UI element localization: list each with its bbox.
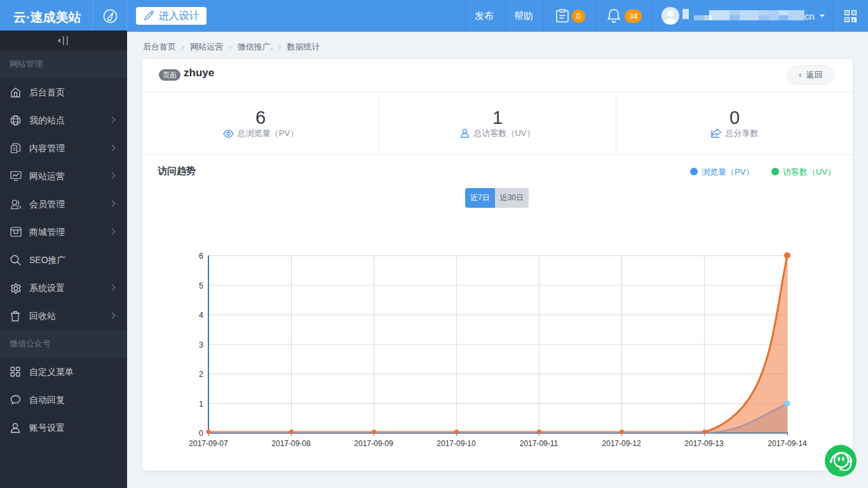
svg-text:2017-09-11: 2017-09-11	[520, 439, 559, 448]
svg-text:2017-09-08: 2017-09-08	[271, 439, 311, 448]
svg-text:2017-09-07: 2017-09-07	[189, 439, 228, 448]
svg-text:1: 1	[199, 400, 203, 409]
svg-text:6: 6	[199, 252, 203, 261]
svg-text:2017-09-14: 2017-09-14	[768, 439, 807, 448]
svg-text:2017-09-09: 2017-09-09	[354, 439, 393, 448]
svg-text:5: 5	[199, 281, 203, 290]
svg-text:0: 0	[199, 429, 203, 438]
svg-text:3: 3	[199, 341, 203, 349]
svg-text:2017-09-10: 2017-09-10	[437, 439, 476, 448]
svg-text:2017-09-12: 2017-09-12	[602, 439, 641, 448]
svg-text:4: 4	[199, 311, 203, 320]
svg-text:2: 2	[199, 370, 203, 379]
svg-text:2017-09-13: 2017-09-13	[684, 439, 724, 448]
